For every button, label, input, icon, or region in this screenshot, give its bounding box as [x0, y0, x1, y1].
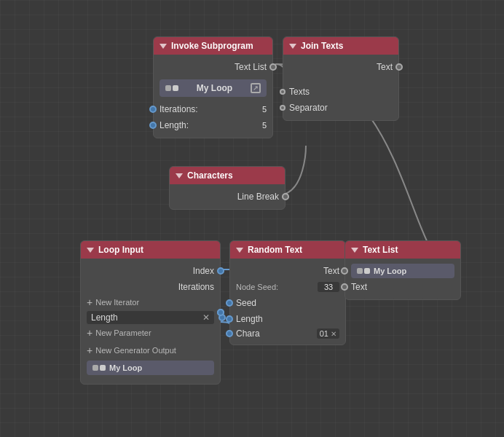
seed-input-socket[interactable] [226, 299, 233, 307]
random-header: Random Text [230, 241, 345, 259]
new-generator-row: + New Generator Output [81, 343, 220, 358]
characters-title: Characters [187, 170, 233, 181]
linebreak-socket[interactable] [282, 193, 289, 200]
iterations-label: Iterations: [160, 104, 198, 114]
length-input-text: Length [91, 312, 118, 323]
chara-clear-btn[interactable]: ✕ [331, 330, 336, 338]
new-param-label: New Parameter [95, 328, 151, 337]
loop-dot1 [92, 365, 98, 371]
tl-dot1 [357, 268, 363, 274]
loop-input-node: Loop Input Index Iterations + New Iterat… [80, 240, 221, 385]
iterations-output-row: Iterations [81, 279, 220, 295]
loop-input-collapse[interactable] [87, 248, 94, 253]
join-body: Text Texts Separator [283, 55, 398, 120]
texts-input-row: Texts [283, 84, 398, 100]
textlist-output-row: Text List [154, 59, 272, 75]
characters-collapse[interactable] [176, 173, 183, 178]
separator-label: Separator [289, 103, 328, 113]
join-header: Join Texts [283, 37, 398, 55]
random-text-node: Random Text Text Node Seed: 33 Seed Leng… [229, 240, 346, 345]
textlist-footer: My Loop [351, 264, 454, 278]
param-socket[interactable] [217, 309, 224, 316]
length-input-socket[interactable] [226, 315, 233, 323]
loop-footer-icon [92, 365, 106, 371]
index-label: Index [193, 266, 214, 276]
iterations-socket[interactable] [149, 106, 157, 113]
iterations-value: 5 [262, 105, 267, 114]
text-in-socket[interactable] [341, 283, 348, 291]
length-label: Length [236, 314, 263, 324]
separator-row: Separator [283, 100, 398, 116]
join-collapse[interactable] [289, 44, 296, 49]
seed-input-row: Seed [230, 295, 345, 311]
loop-dot2 [100, 365, 106, 371]
text-right-row: Text [230, 263, 345, 279]
sp-dot1 [165, 85, 171, 91]
textlist-output-socket[interactable] [269, 63, 277, 71]
random-collapse[interactable] [236, 248, 243, 253]
separator-socket[interactable] [280, 105, 286, 111]
text-in-row: Text [345, 279, 460, 295]
length-clear-btn[interactable]: ✕ [202, 312, 210, 323]
new-iterator-label: New Iterator [95, 298, 139, 307]
tl-dot2 [364, 268, 370, 274]
text-output-socket[interactable] [395, 63, 403, 71]
linebreak-label: Line Break [237, 192, 279, 202]
node-seed-label: Node Seed: [236, 283, 278, 291]
length-row: Length: 5 [154, 117, 272, 133]
length-socket[interactable] [149, 122, 157, 129]
texts-label: Texts [289, 87, 310, 97]
invoke-body: Text List My Loop ↗ Iterations: 5 Length… [154, 55, 272, 138]
random-body: Text Node Seed: 33 Seed Length Chara 01 … [230, 259, 345, 345]
textlist-label: Text List [235, 62, 267, 72]
random-title: Random Text [248, 245, 302, 255]
chara-row: Chara 01 ✕ [230, 327, 345, 340]
characters-node: Characters Line Break [169, 166, 286, 210]
textlist-header: Text List [345, 241, 460, 259]
textlist-collapse[interactable] [351, 248, 358, 253]
texts-socket[interactable] [280, 89, 286, 95]
invoke-subprogram-node: Invoke Subprogram Text List My Loop ↗ It… [153, 36, 273, 138]
length-label: Length: [160, 120, 189, 130]
loop-input-body: Index Iterations + New Iterator Length ✕… [81, 259, 220, 384]
text-list-node: Text List My Loop Text [344, 240, 461, 300]
collapse-triangle[interactable] [160, 44, 167, 49]
join-texts-node: Join Texts Text Texts Separator [283, 36, 399, 121]
subprogram-box[interactable]: My Loop ↗ [160, 79, 267, 97]
chara-value: 01 [320, 329, 328, 338]
new-gen-label: New Generator Output [95, 346, 176, 355]
text-in-label: Text [351, 282, 367, 292]
subprogram-icon [165, 85, 178, 91]
textlist-title: Text List [363, 245, 398, 255]
export-icon[interactable]: ↗ [251, 83, 261, 93]
sp-dot2 [173, 85, 178, 91]
subprogram-name: My Loop [197, 83, 232, 93]
length-value: 5 [262, 121, 267, 130]
join-title: Join Texts [301, 41, 343, 51]
linebreak-row: Line Break [170, 189, 285, 205]
index-socket[interactable] [217, 267, 224, 275]
invoke-title: Invoke Subprogram [171, 41, 253, 51]
index-row: Index [81, 263, 220, 279]
add-gen-icon[interactable]: + [87, 345, 92, 355]
iterations-out-label: Iterations [178, 282, 214, 292]
characters-header: Characters [170, 167, 285, 184]
length-input-row: Length [230, 311, 345, 327]
textlist-body: My Loop Text [345, 259, 460, 299]
add-param-icon[interactable]: + [87, 328, 92, 338]
loop-input-title: Loop Input [98, 245, 143, 255]
text-output-label: Text [377, 62, 393, 72]
chara-input[interactable]: 01 ✕ [317, 328, 339, 339]
node-seed-row: Node Seed: 33 [230, 280, 345, 294]
node-seed-value: 33 [318, 282, 339, 292]
chara-label: Chara [236, 328, 260, 339]
chara-socket[interactable] [226, 330, 233, 337]
textlist-in-socket[interactable] [341, 267, 348, 275]
loop-input-header: Loop Input [81, 241, 220, 259]
length-input-row[interactable]: Length ✕ [87, 311, 214, 324]
textlist-subprogram-row: My Loop [345, 263, 460, 279]
invoke-header: Invoke Subprogram [154, 37, 272, 55]
new-parameter-row: + New Parameter [81, 326, 220, 340]
characters-body: Line Break [170, 184, 285, 209]
add-iterator-icon[interactable]: + [87, 297, 92, 307]
